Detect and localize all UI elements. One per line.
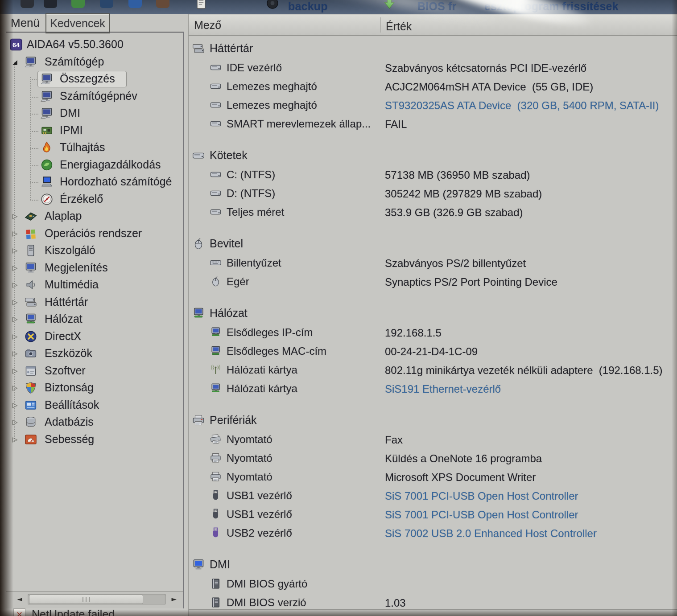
tree-item[interactable]: IPMI <box>6 123 182 140</box>
tree-item[interactable]: ▷Operációs rendszer <box>6 226 182 243</box>
scrollbar-track[interactable] <box>28 594 166 605</box>
report-row[interactable]: Hálózati kártya802.11g minikártya vezeté… <box>189 360 677 379</box>
tree-item[interactable]: 64AIDA64 v5.50.3600 <box>6 37 182 54</box>
tab-favorites[interactable]: Kedvencek <box>45 13 110 33</box>
tree-item[interactable]: ▷Beállítások <box>6 397 182 415</box>
toolbar-icon[interactable] <box>156 0 169 8</box>
tree-item[interactable]: ▷Háttértár <box>6 294 182 312</box>
report-row[interactable]: D: (NTFS)305242 MB (297829 MB szabad) <box>189 184 677 202</box>
report-section-row[interactable]: Bevitel <box>189 234 677 253</box>
expander-icon[interactable]: ▷ <box>12 333 18 341</box>
expander-icon[interactable]: ▷ <box>12 349 18 357</box>
toolbar-icon[interactable] <box>71 0 85 8</box>
field-value: 305242 MB (297829 MB szabad) <box>385 188 542 200</box>
toolbar-item-label[interactable]: backup <box>288 0 328 13</box>
expander-icon[interactable]: ◢ <box>12 58 17 66</box>
report-row[interactable]: Teljes méret353.9 GB (326.9 GB szabad) <box>189 202 677 221</box>
toolbar-green-down-icon[interactable] <box>383 0 396 12</box>
expander-icon[interactable]: ▷ <box>12 246 18 255</box>
toolbar-report-page-icon[interactable] <box>194 0 208 12</box>
report-row[interactable]: C: (NTFS)57138 MB (36950 MB szabad) <box>189 165 677 184</box>
expander-icon[interactable]: ▷ <box>12 212 18 220</box>
report-row[interactable]: Lemezes meghajtóST9320325AS ATA Device (… <box>189 95 677 114</box>
tree-item[interactable]: ▷Megjelenítés <box>6 260 182 277</box>
tree-item[interactable]: ▷Adatbázis <box>6 414 182 431</box>
report-row[interactable]: EgérSynaptics PS/2 Port Pointing Device <box>189 272 677 291</box>
report-section-row[interactable]: Háttértár <box>189 39 677 58</box>
tree-item[interactable]: ▷Szoftver <box>6 363 182 380</box>
report-section-row[interactable]: Kötetek <box>189 146 677 165</box>
expander-icon[interactable]: ▷ <box>12 281 18 289</box>
tree-item[interactable]: Hordozható számítógé <box>6 174 182 191</box>
field-label: Nyomtató <box>227 471 272 483</box>
tree-item[interactable]: ▷Kiszolgáló <box>6 242 182 260</box>
report-section-row[interactable]: DMI <box>189 555 677 574</box>
tree-item[interactable]: Érzékelő <box>6 191 182 209</box>
report-row[interactable]: NyomtatóMicrosoft XPS Document Writer <box>189 467 677 486</box>
scrollbar-thumb[interactable] <box>29 595 143 604</box>
tree-item[interactable]: ▷Hálózat <box>6 311 182 329</box>
report-row[interactable]: Elsődleges MAC-cím00-24-21-D4-1C-09 <box>189 341 677 360</box>
report-row[interactable]: DMI BIOS gyártó <box>189 574 677 593</box>
expander-icon[interactable]: ▷ <box>12 315 18 323</box>
report-row[interactable]: SMART merevlemezek állap...FAIL <box>189 114 677 133</box>
scroll-left-arrow-icon[interactable]: ◄ <box>17 595 22 603</box>
tree-item[interactable]: ▷Multimédia <box>6 277 182 294</box>
tree-item-selected[interactable]: Összegzés <box>6 71 182 88</box>
tree-item[interactable]: ▷Alaplap <box>6 208 182 226</box>
report-row[interactable]: USB2 vezérlőSiS 7002 USB 2.0 Enhanced Ho… <box>189 523 677 542</box>
report-row[interactable]: Lemezes meghajtóACJC2M064mSH ATA Device … <box>189 77 677 95</box>
tree-item[interactable]: ▷Sebesség <box>6 431 182 449</box>
tree-item[interactable]: ▷DirectX <box>6 329 182 346</box>
error-x-icon: ✕ <box>13 608 25 616</box>
value-link[interactable]: ST9320325AS ATA Device (320 GB, 5400 RPM… <box>385 99 659 112</box>
report-row[interactable]: USB1 vezérlőSiS 7001 PCI-USB Open Host C… <box>189 486 677 505</box>
expander-icon[interactable]: ▷ <box>12 264 18 272</box>
report-row[interactable]: Elsődleges IP-cím192.168.1.5 <box>189 323 677 341</box>
value-link[interactable]: SiS191 Ethernet-vezérlő <box>385 383 501 395</box>
report-row[interactable]: BillentyűzetSzabványos PS/2 billentyűzet <box>189 253 677 272</box>
value-link[interactable]: SiS 7002 USB 2.0 Enhanced Host Controlle… <box>385 527 597 540</box>
network-pc-icon <box>210 345 222 359</box>
toolbar-icon[interactable] <box>128 0 142 8</box>
toolbar-icon[interactable] <box>100 0 113 8</box>
report-row[interactable]: IDE vezérlőSzabványos kétcsatornás PCI I… <box>189 58 677 77</box>
tree-item[interactable]: Túlhajtás <box>6 140 182 157</box>
expander-icon[interactable]: ▷ <box>12 435 18 444</box>
tree-item[interactable]: ▷Eszközök <box>6 345 182 363</box>
report-row[interactable]: NyomtatóKüldés a OneNote 16 programba <box>189 448 677 467</box>
tree-item[interactable]: DMI <box>6 105 182 123</box>
scroll-right-arrow-icon[interactable]: ► <box>171 595 177 603</box>
report-row[interactable]: USB1 vezérlőSiS 7001 PCI-USB Open Host C… <box>189 505 677 523</box>
tab-menu[interactable]: Menü <box>11 16 40 30</box>
expander-icon[interactable]: ▷ <box>12 298 18 306</box>
toolbar-icon[interactable] <box>21 0 34 8</box>
tree-item[interactable]: ▷Biztonság <box>6 380 182 397</box>
tree-item[interactable]: Számítógépnév <box>6 88 182 106</box>
report-row[interactable]: Hálózati kártyaSiS191 Ethernet-vezérlő <box>189 379 677 398</box>
expander-icon[interactable]: ▷ <box>12 401 18 409</box>
tree-item[interactable]: ◢Számítógép <box>6 54 182 71</box>
report-section-row[interactable]: Perifériák <box>189 411 677 430</box>
column-header-value[interactable]: Érték <box>386 20 412 33</box>
horizontal-scrollbar[interactable]: ◄ ► <box>6 591 183 608</box>
value-link[interactable]: SiS 7001 PCI-USB Open Host Controller <box>385 509 578 521</box>
toolbar-icon[interactable] <box>44 0 57 8</box>
expander-icon[interactable]: ▷ <box>12 230 18 238</box>
settings-icon <box>24 398 37 414</box>
tree-item-label: Összegzés <box>60 72 115 85</box>
column-header-field[interactable]: Mező <box>194 19 221 32</box>
tree-item[interactable]: Energiagazdálkodás <box>6 157 182 174</box>
toolbar-dark-disc-icon[interactable] <box>266 0 279 12</box>
report-row[interactable]: DMI BIOS verzió1.03 <box>189 593 677 612</box>
expander-icon[interactable]: ▷ <box>12 384 18 392</box>
report-section-row[interactable]: Hálózat <box>189 304 677 323</box>
column-separator[interactable] <box>380 17 381 33</box>
expander-icon[interactable]: ▷ <box>12 367 18 375</box>
toolbar-item-label[interactable]: esztőprogram frissítések <box>484 0 619 13</box>
toolbar-item-label[interactable]: BIOS fr <box>417 0 457 13</box>
report-row[interactable]: NyomtatóFax <box>189 430 677 448</box>
value-link[interactable]: SiS 7001 PCI-USB Open Host Controller <box>385 490 578 502</box>
board-icon <box>24 209 37 225</box>
expander-icon[interactable]: ▷ <box>12 418 18 426</box>
